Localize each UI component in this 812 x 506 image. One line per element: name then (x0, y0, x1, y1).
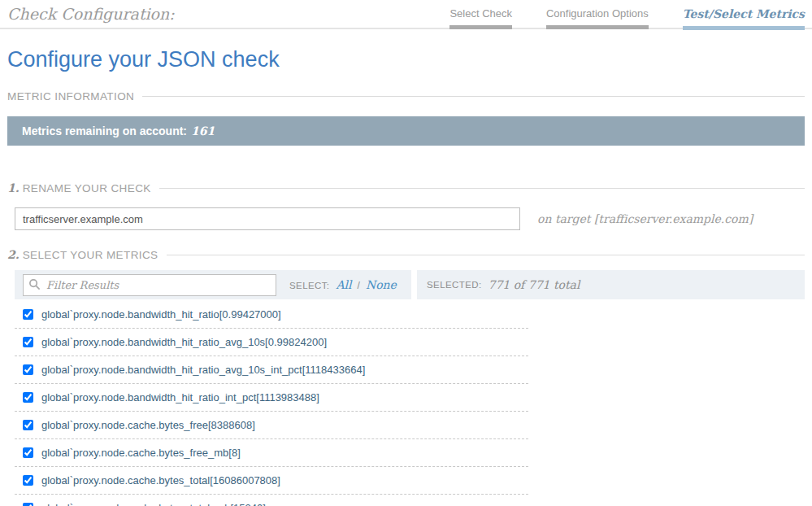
search-field-wrap (23, 274, 276, 296)
tab-select-check[interactable]: Select Check (449, 7, 512, 30)
select-label: SELECT: (289, 281, 329, 290)
section-label: METRIC INFORMATION (7, 90, 134, 103)
metric-label[interactable]: global`proxy.node.bandwidth_hit_ratio_av… (41, 364, 365, 376)
select-none-link[interactable]: None (366, 278, 397, 291)
tab-test-select-metrics[interactable]: Test/Select Metrics (683, 7, 805, 30)
metric-information-section-header: METRIC INFORMATION (7, 90, 805, 103)
target-note: on target [trafficserver.example.com] (537, 212, 753, 225)
metric-label[interactable]: global`proxy.node.bandwidth_hit_ratio_in… (41, 391, 319, 403)
section-rule (159, 188, 805, 189)
banner-label: Metrics remaining on account: (22, 124, 187, 137)
selected-label: SELECTED: (427, 280, 482, 290)
section-number: 2. (7, 248, 20, 261)
spacer (7, 146, 805, 164)
metric-list: global`proxy.node.bandwidth_hit_ratio[0.… (7, 301, 805, 506)
metric-label[interactable]: global`proxy.node.bandwidth_hit_ratio_av… (41, 336, 327, 348)
metric-row: global`proxy.node.bandwidth_hit_ratio_av… (15, 356, 528, 384)
rename-check-row: on target [trafficserver.example.com] (7, 207, 805, 230)
metric-row: global`proxy.node.bandwidth_hit_ratio[0.… (15, 301, 528, 329)
metric-checkbox[interactable] (23, 364, 33, 375)
metrics-remaining-banner: Metrics remaining on account: 161 (7, 116, 805, 146)
metric-row: global`proxy.node.bandwidth_hit_ratio_in… (15, 384, 528, 412)
metric-row: global`proxy.node.cache.bytes_total_mb[1… (15, 495, 528, 506)
metric-checkbox[interactable] (23, 447, 33, 458)
tab-label: Configuration Options (546, 7, 649, 20)
tab-configuration-options[interactable]: Configuration Options (546, 7, 649, 30)
metric-checkbox[interactable] (23, 503, 33, 506)
section-label: RENAME YOUR CHECK (23, 182, 151, 194)
metric-label[interactable]: global`proxy.node.cache.bytes_total_mb[1… (41, 502, 266, 506)
select-all-link[interactable]: All (336, 278, 351, 291)
metric-row: global`proxy.node.cache.bytes_free[83886… (15, 412, 528, 439)
filter-results-input[interactable] (23, 274, 276, 296)
section-label: SELECT YOUR METRICS (23, 249, 158, 261)
metric-checkbox[interactable] (23, 475, 33, 486)
main-content: Configure your JSON check METRIC INFORMA… (0, 47, 812, 506)
page-title: Configure your JSON check (7, 47, 805, 72)
metric-label[interactable]: global`proxy.node.bandwidth_hit_ratio[0.… (41, 308, 281, 321)
metric-label[interactable]: global`proxy.node.cache.bytes_free_mb[8] (41, 447, 241, 459)
section-rule (142, 96, 805, 97)
select-separator: / (358, 280, 360, 291)
selected-count: 771 of 771 total (489, 278, 580, 291)
tab-underline (683, 26, 805, 30)
top-header: Check Configuration: Select Check Config… (0, 0, 812, 30)
tab-underline (546, 25, 649, 29)
metric-row: global`proxy.node.cache.bytes_free_mb[8] (15, 439, 528, 467)
rename-check-section-header: 1. RENAME YOUR CHECK (7, 181, 805, 194)
tab-label: Test/Select Metrics (683, 7, 805, 20)
banner-value: 161 (191, 124, 215, 137)
wizard-tabs: Select Check Configuration Options Test/… (449, 7, 805, 30)
metric-checkbox[interactable] (23, 337, 33, 347)
search-icon (28, 278, 41, 290)
breadcrumb-title: Check Configuration: (7, 5, 175, 23)
select-controls: SELECT: All / None (289, 278, 397, 291)
section-rule (167, 255, 805, 255)
metric-row: global`proxy.node.cache.bytes_total[1608… (15, 467, 528, 495)
check-name-input[interactable] (15, 207, 520, 230)
metric-checkbox[interactable] (23, 309, 33, 320)
tab-underline (449, 25, 512, 29)
metric-label[interactable]: global`proxy.node.cache.bytes_free[83886… (41, 419, 255, 431)
metric-checkbox[interactable] (23, 420, 33, 430)
section-number: 1. (7, 181, 20, 194)
selected-summary-box: SELECTED: 771 of 771 total (417, 270, 805, 299)
filter-box: SELECT: All / None (15, 270, 411, 299)
select-metrics-section-header: 2. SELECT YOUR METRICS (7, 248, 805, 261)
metric-row: global`proxy.node.bandwidth_hit_ratio_av… (15, 329, 528, 356)
metric-label[interactable]: global`proxy.node.cache.bytes_total[1608… (41, 474, 280, 486)
filter-toolbar: SELECT: All / None SELECTED: 771 of 771 … (7, 270, 805, 299)
metric-checkbox[interactable] (23, 392, 33, 403)
tab-label: Select Check (449, 7, 512, 20)
